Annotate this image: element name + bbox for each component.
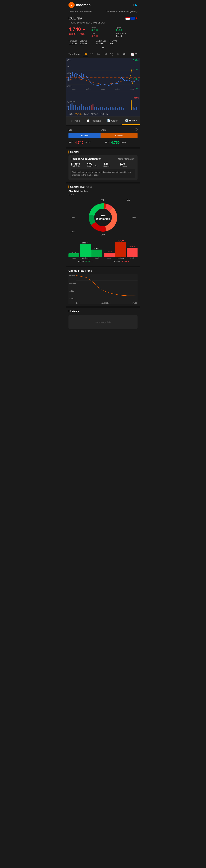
tf-1w[interactable]: 1W [95,52,101,56]
trail-info-icon[interactable]: ⓘ [87,185,89,189]
apple-icon[interactable]:  [133,3,134,7]
svg-text:0.000: 0.000 [67,109,71,111]
donut-svg: Size Distribution [87,201,119,234]
low-value: 4.700 [92,35,113,37]
heart-icon[interactable]: ♥ [135,16,138,20]
tf-1m[interactable]: 1M [102,52,108,56]
svg-text:Distribution: Distribution [96,217,110,220]
bar-outflow-large: 610.92 [104,251,115,257]
svg-rect-40 [115,107,116,110]
capital-header: Capital [66,149,140,155]
history-icon: 🕐 [125,119,128,122]
flow-y-2: -1.21M [69,290,76,292]
svg-rect-43 [121,107,122,110]
session-time: 5/24 13:02:11 CCT [86,21,105,24]
bar-rect-large-in [68,253,79,257]
flag-sg [126,17,130,20]
bar-val-1635: 1635.8 [130,246,135,248]
trade-icon: ↻ [70,119,73,122]
tab-positions[interactable]: 📋 Positions [84,117,103,125]
play-icon[interactable]: ▶ [135,3,138,6]
chart-pct-labels: 5.85% 4.16% 2.48% 0.79% -0.89% [133,58,139,100]
bbo-bid-price: 4.740 [75,141,83,145]
ind-vol[interactable]: VOL [68,113,73,115]
bbo-right: BBO 4.750 109K [105,141,138,145]
flow-trend-title: Capital Flow Trend [68,269,138,272]
label-small-out: Small [127,257,138,259]
bar-val-1855: 1855.69 [82,242,89,244]
tf-5d[interactable]: 5D [82,52,88,56]
bar-rect-small-out [127,248,138,257]
trail-share-icon[interactable]: 🖹 [90,186,92,188]
bid-label: Bid [68,128,72,131]
vol-svg: 5.897 2.949 0.000 [66,100,140,111]
flow-x-labels: 9:00 12:00/13:00 17:00 [76,302,137,304]
ind-iv[interactable]: IV [106,113,108,115]
tf-1d[interactable]: 1D [89,52,95,56]
svg-rect-12 [79,75,80,79]
stat-support: 4.38 Support [103,162,119,167]
open-value: 4.780 [115,29,138,31]
expand-row[interactable]: ▼ [66,45,140,51]
tab-order[interactable]: 📄 Order [103,117,122,125]
size-dist-section: Size Distribution Unit:K 4% 8% 34% 20% 1… [66,190,140,263]
flow-y-labels: 237.85K -483.90K -1.21M -1.93M [69,274,76,301]
svg-rect-9 [74,74,75,77]
svg-rect-45 [131,100,132,110]
tab-trade[interactable]: ↻ Trade [66,117,84,125]
tf-1y[interactable]: 1Y [115,52,121,56]
inflow-bar-labels: Large Medium Small [68,257,102,259]
inflow-label: Inflow: [78,260,84,262]
pos-note: Wait and see area, the market outlook is… [71,169,135,178]
bbo-ask-qty: 109K [121,141,127,144]
svg-rect-39 [113,108,114,110]
pct-34: 34% [131,216,136,219]
price-change: -0.030 [68,33,75,35]
settings-icon[interactable]: ☰ [135,53,138,56]
stock-symbol: C6L [68,16,76,21]
pct-label-1: 4.16% [133,68,139,71]
svg-rect-10 [76,73,76,78]
more-info-link[interactable]: More Information › [118,158,135,160]
capital-section: Capital Position Cost Distribution More … [66,149,140,182]
market-cap-item: Market Cap 14.05B [96,40,106,45]
outflow-label: Outflow: [113,260,121,262]
order-icon: 📄 [107,119,110,122]
ind-macd[interactable]: MACD [91,113,98,115]
svg-rect-33 [102,107,103,110]
turnover-item: Turnover 10.12M [68,40,77,45]
tf-4h[interactable]: 4h [122,52,127,56]
chart-type-icon[interactable]: 📈 [131,53,134,56]
x-label-1: 05/19 [86,88,91,90]
info-icon[interactable]: ⓘ [135,128,138,131]
vol-area: VOL% 0.482 [66,100,140,112]
ind-kdj[interactable]: KDJ [84,113,89,115]
section-divider-5 [66,306,140,308]
prev-close-item: Prev.Close 4.770 [115,32,138,37]
stat-pressure: 5.26 Pressure [120,162,135,167]
outflow-bars: 610.92 2727.77 1635.8 Large [104,240,138,263]
inflow-total: Inflow: 3075.32 [68,260,102,263]
prev-close-value: 4.770 [115,35,138,37]
flow-x-2: 17:00 [132,302,137,304]
capital-trail-header: Capital Trail ⓘ 🖹 [66,184,140,190]
x-label-3: 05/21 [115,88,120,90]
bar-inflow-small: 928.02 [91,248,102,257]
tf-1q[interactable]: 1Q [109,52,115,56]
svg-rect-28 [93,104,94,110]
flow-trend-section: Capital Flow Trend 237.85K -483.90K -1.2… [66,267,140,306]
pct-23: 23% [70,216,75,219]
bbo-left: BBO 4.740 94.7K [68,141,101,145]
pct-4: 4% [101,199,104,201]
tf-icons: 📈 ☰ [131,53,138,56]
avg-cost-value: 4.92 [87,162,103,165]
tab-history[interactable]: 🕐 History [122,117,140,125]
svg-rect-23 [83,106,84,110]
bar-inflow-large: 291.61 [68,251,79,257]
tab-order-label: Order [111,119,117,122]
market-cap-value: 14.05B [96,42,106,45]
bar-rect-large-out [104,253,115,257]
svg-rect-34 [104,108,105,110]
ind-vol-pct[interactable]: VOL% [75,113,82,115]
ind-rsi[interactable]: RSI [100,113,104,115]
